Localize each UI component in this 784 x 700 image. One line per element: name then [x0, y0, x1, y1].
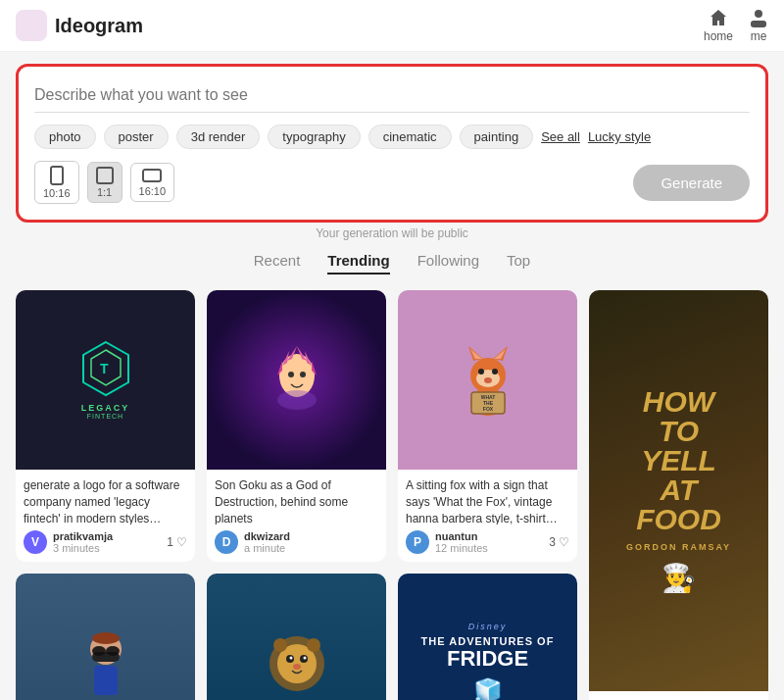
svg-point-37 [106, 646, 120, 656]
svg-rect-40 [94, 666, 118, 695]
aspect-10-16[interactable]: 10:16 [34, 161, 79, 204]
girl-image [16, 574, 195, 700]
fox-svg: WHAT THE FOX [454, 341, 522, 420]
svg-rect-0 [16, 10, 47, 41]
aspect-ratios: 10:16 1:1 16:10 [34, 161, 174, 204]
svg-point-47 [293, 664, 301, 670]
legacy-time: 3 minutes [53, 542, 113, 554]
svg-rect-5 [97, 168, 113, 183]
gordon-image: HOW TO YELL AT FOOD GORDON RAMSAY 👨‍🍳 [589, 290, 768, 691]
logo-text: Ideogram [55, 15, 143, 37]
grid-item-fridge[interactable]: Disney THE ADVENTURES OF FRIDGE 🧊 Image [398, 574, 577, 700]
tag-cinematic[interactable]: cinematic [368, 125, 452, 149]
goku-svg [268, 341, 326, 420]
home-icon [709, 8, 728, 27]
fox-image: WHAT THE FOX [398, 290, 577, 470]
fox-likes: 3 ♡ [549, 535, 569, 549]
goku-user: dkwizard [244, 530, 290, 542]
svg-point-46 [303, 656, 306, 659]
legacy-likes: 1 ♡ [167, 535, 187, 549]
nav-home-label: home [704, 29, 733, 43]
fox-user: nuantun [435, 530, 488, 542]
goku-desc: Son Goku as a God of Destruction, behind… [215, 477, 378, 525]
svg-text:FOX: FOX [482, 406, 493, 412]
svg-point-48 [273, 638, 287, 652]
landscape-icon [142, 168, 162, 183]
svg-rect-3 [751, 21, 766, 27]
header: 🌸 Ideogram home me [0, 0, 784, 52]
grid-item-lion[interactable]: Image [207, 574, 386, 700]
goku-info: Son Goku as a God of Destruction, behind… [207, 470, 386, 562]
public-notice: Your generation will be public [0, 226, 784, 240]
aspect-1-1[interactable]: 1:1 [87, 162, 122, 203]
logo[interactable]: 🌸 Ideogram [16, 10, 143, 41]
logo-icon: 🌸 [16, 10, 47, 41]
image-grid: T LEGACY FINTECH generate a logo for a s… [0, 290, 784, 700]
svg-text:T: T [100, 361, 109, 376]
nav-me-label: me [751, 29, 767, 43]
prompt-section: photo poster 3d render typography cinema… [16, 64, 768, 223]
portrait-icon [49, 166, 65, 185]
see-all-link[interactable]: See all [541, 129, 580, 144]
lion-image [207, 574, 386, 700]
fox-info: A sitting fox with a sign that says 'Wha… [398, 470, 577, 562]
fox-meta: P nuantun 12 minutes 3 ♡ [406, 530, 569, 554]
grid-item-girl[interactable]: Image [16, 574, 195, 700]
generate-button[interactable]: Generate [633, 165, 750, 201]
aspect-16-10-label: 16:10 [139, 185, 167, 197]
goku-meta: D dkwizard a minute [215, 530, 378, 554]
fox-avatar: P [406, 530, 429, 554]
goku-image [207, 290, 386, 470]
tag-painting[interactable]: painting [460, 125, 534, 149]
grid-item-gordon[interactable]: HOW TO YELL AT FOOD GORDON RAMSAY 👨‍🍳 A … [589, 290, 768, 700]
tab-top[interactable]: Top [507, 252, 530, 275]
svg-point-17 [288, 372, 294, 377]
tab-trending[interactable]: Trending [327, 252, 389, 275]
svg-point-29 [484, 377, 492, 383]
fox-time: 12 minutes [435, 542, 488, 554]
header-nav: home me [704, 8, 768, 43]
prompt-tags: photo poster 3d render typography cinema… [34, 125, 750, 149]
svg-point-39 [92, 632, 120, 644]
tag-3d-render[interactable]: 3d render [176, 125, 261, 149]
goku-time: a minute [244, 542, 290, 554]
goku-avatar: D [215, 530, 238, 554]
svg-point-36 [92, 646, 106, 656]
legacy-avatar: V [24, 530, 47, 554]
gordon-name: GORDON RAMSAY [626, 542, 731, 552]
svg-point-18 [300, 372, 306, 377]
legacy-desc: generate a logo for a software company n… [24, 477, 187, 525]
tab-recent[interactable]: Recent [254, 252, 301, 275]
legacy-meta: V pratikvamja 3 minutes 1 ♡ [24, 530, 187, 554]
grid-item-fox[interactable]: WHAT THE FOX A sitting fox with a sign t… [398, 290, 577, 562]
person-icon [749, 8, 768, 27]
nav-home[interactable]: home [704, 8, 733, 43]
fridge-image: Disney THE ADVENTURES OF FRIDGE 🧊 [398, 574, 577, 700]
tag-poster[interactable]: poster [104, 125, 169, 149]
tag-photo[interactable]: photo [34, 125, 96, 149]
svg-point-45 [289, 656, 292, 659]
fox-desc: A sitting fox with a sign that says 'Wha… [406, 477, 569, 525]
svg-rect-2 [755, 10, 762, 18]
prompt-bottom: 10:16 1:1 16:10 Generate [34, 161, 750, 204]
lucky-style-link[interactable]: Lucky style [588, 129, 651, 144]
legacy-image: T LEGACY FINTECH [16, 290, 195, 470]
svg-rect-6 [143, 170, 161, 181]
grid-item-legacy[interactable]: T LEGACY FINTECH generate a logo for a s… [16, 290, 195, 562]
svg-rect-4 [51, 167, 63, 184]
grid-item-goku[interactable]: Son Goku as a God of Destruction, behind… [207, 290, 386, 562]
gordon-info: A cooking book by Gordon Ramsay called '… [589, 691, 768, 700]
svg-point-49 [307, 638, 320, 652]
nav-me[interactable]: me [749, 8, 768, 43]
svg-point-28 [492, 369, 498, 375]
aspect-16-10[interactable]: 16:10 [130, 163, 175, 202]
aspect-10-16-label: 10:16 [43, 187, 71, 199]
square-icon [96, 167, 114, 184]
tab-following[interactable]: Following [417, 252, 479, 275]
prompt-input[interactable] [34, 82, 750, 113]
tag-typography[interactable]: typography [268, 125, 360, 149]
tabs: Recent Trending Following Top [0, 252, 784, 275]
legacy-user: pratikvamja [53, 530, 113, 542]
aspect-1-1-label: 1:1 [97, 186, 112, 198]
svg-point-27 [478, 369, 484, 375]
